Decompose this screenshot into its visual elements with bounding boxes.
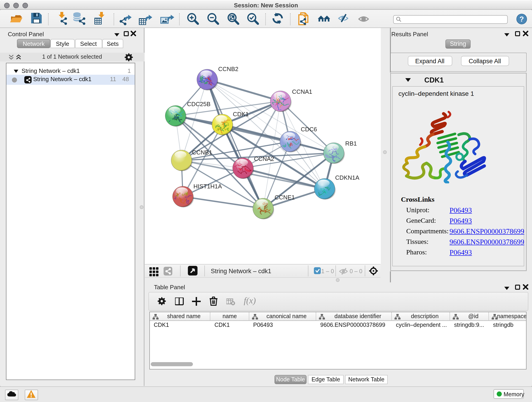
svg-text:CCNB2: CCNB2	[218, 65, 238, 72]
svg-text:RB1: RB1	[345, 140, 357, 147]
svg-text:CCNA1: CCNA1	[292, 88, 312, 95]
svg-text:HIST1H1A: HIST1H1A	[193, 183, 222, 190]
svg-text:CCNB1: CCNB1	[192, 149, 212, 156]
svg-text:CDC6: CDC6	[301, 126, 317, 133]
svg-text:CCNE1: CCNE1	[274, 194, 295, 201]
svg-text:CCNA2: CCNA2	[254, 155, 274, 162]
svg-text:CDC25B: CDC25B	[187, 101, 210, 108]
svg-text:CDK1: CDK1	[233, 111, 248, 118]
svg-text:CDKN1A: CDKN1A	[335, 174, 359, 181]
